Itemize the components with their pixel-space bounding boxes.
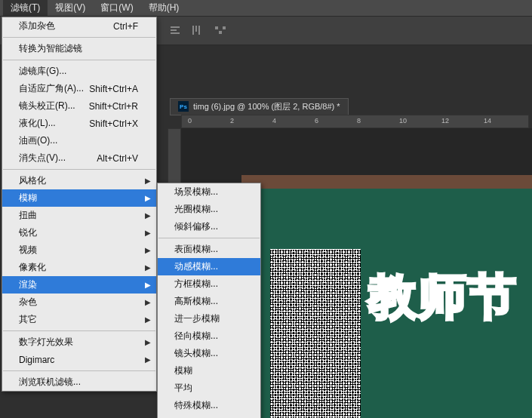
menu-filter[interactable]: 滤镜(T) — [3, 0, 48, 17]
menu-item-label: 方框模糊... — [174, 278, 218, 290]
menu-item-label: 液化(L)... — [19, 117, 56, 130]
menu-separator — [158, 238, 260, 238]
menu-item-digimarc[interactable]: Digimarc▶ — [2, 351, 156, 368]
menu-item-tilt-shift[interactable]: 倾斜偏移... — [158, 218, 260, 235]
menu-item-label: 浏览联机滤镜... — [19, 376, 81, 389]
document-tab[interactable]: Ps timg (6).jpg @ 100% (图层 2, RGB/8#) * — [170, 98, 349, 115]
menu-item-label: 消失点(V)... — [19, 152, 66, 164]
menu-item-label: 视频 — [19, 244, 37, 257]
ruler-tick: 4 — [272, 117, 276, 124]
ruler-tick: 8 — [357, 117, 361, 124]
menu-item-shape-blur[interactable]: 形状模糊... — [158, 414, 260, 418]
menu-item-distort[interactable]: 扭曲▶ — [2, 207, 156, 224]
menu-item-label: 模糊 — [174, 364, 192, 377]
menu-item-noise[interactable]: 杂色▶ — [2, 294, 156, 311]
submenu-arrow-icon: ▶ — [145, 315, 151, 324]
menu-item-iris-blur[interactable]: 光圈模糊... — [158, 201, 260, 218]
menu-item-field-blur[interactable]: 场景模糊... — [158, 183, 260, 201]
menu-item-lens-correct[interactable]: 镜头校正(R)...Shift+Ctrl+R — [2, 97, 156, 115]
menu-item-label: 杂色 — [19, 296, 37, 309]
menu-item-label: 动感模糊... — [174, 260, 218, 273]
menu-item-pixelate[interactable]: 像素化▶ — [2, 259, 156, 276]
submenu-arrow-icon: ▶ — [145, 194, 151, 202]
svg-rect-4 — [195, 26, 197, 32]
menu-item-filter-gallery[interactable]: 滤镜库(G)... — [2, 63, 156, 80]
app-menubar: 滤镜(T) 视图(V) 窗口(W) 帮助(H) — [0, 0, 532, 17]
menu-item-label: 镜头模糊... — [174, 347, 218, 360]
distribute-icon[interactable] — [214, 24, 226, 36]
menu-separator — [3, 37, 155, 38]
ruler-horizontal[interactable]: 0 2 4 6 8 10 12 14 — [181, 115, 529, 128]
menu-item-shortcut: Shift+Ctrl+A — [89, 84, 138, 94]
menu-separator — [3, 60, 155, 60]
ruler-tick: 6 — [315, 117, 318, 124]
submenu-arrow-icon: ▶ — [145, 211, 151, 220]
menu-item-surface-blur[interactable]: 表面模糊... — [158, 241, 260, 258]
chalk-title-text: 教师节 — [368, 264, 518, 330]
align-icon-2[interactable] — [190, 24, 202, 36]
menu-item-add-noise[interactable]: 添加杂色 Ctrl+F — [2, 17, 156, 35]
menu-item-label: 平均 — [174, 382, 192, 395]
menu-item-radial-blur[interactable]: 径向模糊... — [158, 327, 260, 345]
menu-item-lighting[interactable]: 数字灯光效果▶ — [2, 333, 156, 351]
menu-item-adaptive-wide[interactable]: 自适应广角(A)...Shift+Ctrl+A — [2, 80, 156, 97]
menu-item-label: 扭曲 — [19, 209, 37, 222]
menu-window[interactable]: 窗口(W) — [93, 0, 140, 17]
submenu-arrow-icon: ▶ — [145, 298, 151, 306]
menu-item-label: 镜头校正(R)... — [19, 100, 75, 112]
menu-view[interactable]: 视图(V) — [48, 0, 93, 17]
menu-item-liquify[interactable]: 液化(L)...Shift+Ctrl+X — [2, 115, 156, 132]
menu-item-gaussian-blur[interactable]: 高斯模糊... — [158, 293, 260, 310]
menu-item-label: 滤镜库(G)... — [19, 65, 66, 78]
menu-item-render[interactable]: 渲染▶ — [2, 276, 156, 294]
menu-item-box-blur[interactable]: 方框模糊... — [158, 275, 260, 293]
submenu-arrow-icon: ▶ — [145, 355, 151, 364]
align-icon[interactable] — [169, 24, 181, 36]
menu-item-smart-blur[interactable]: 特殊模糊... — [158, 397, 260, 414]
svg-rect-0 — [171, 26, 180, 28]
menu-item-blur[interactable]: 模糊▶ — [2, 189, 156, 207]
submenu-arrow-icon: ▶ — [145, 246, 151, 254]
filter-menu-dropdown: 添加杂色 Ctrl+F 转换为智能滤镜 滤镜库(G)... 自适应广角(A)..… — [2, 17, 157, 392]
submenu-arrow-icon: ▶ — [145, 177, 151, 185]
svg-rect-5 — [198, 26, 200, 35]
menu-item-shortcut: Shift+Ctrl+R — [89, 101, 138, 112]
menu-item-label: 表面模糊... — [174, 243, 218, 256]
menu-item-lens-blur[interactable]: 镜头模糊... — [158, 345, 260, 362]
menu-item-motion-blur[interactable]: 动感模糊... — [158, 258, 260, 275]
menu-item-label: 数字灯光效果 — [19, 336, 73, 349]
menu-item-video[interactable]: 视频▶ — [2, 241, 156, 259]
menu-item-shortcut: Alt+Ctrl+V — [97, 153, 138, 164]
menu-help[interactable]: 帮助(H) — [141, 0, 187, 17]
svg-rect-3 — [192, 26, 194, 35]
menu-item-smart-filter[interactable]: 转换为智能滤镜 — [2, 40, 156, 57]
submenu-arrow-icon: ▶ — [145, 229, 151, 237]
menu-item-stylize[interactable]: 风格化▶ — [2, 172, 156, 189]
menu-item-label: 转换为智能滤镜 — [19, 42, 82, 55]
menu-item-shortcut: Shift+Ctrl+X — [89, 118, 138, 129]
ruler-tick: 0 — [188, 117, 192, 124]
ruler-tick: 12 — [441, 117, 449, 124]
menu-separator — [3, 169, 155, 170]
menu-item-label: 像素化 — [19, 261, 46, 274]
menu-item-other[interactable]: 其它▶ — [2, 311, 156, 328]
menu-item-blur-more[interactable]: 进一步模糊 — [158, 310, 260, 327]
menu-item-oil-paint[interactable]: 油画(O)... — [2, 132, 156, 149]
menu-item-blur[interactable]: 模糊 — [158, 362, 260, 380]
document-tab-label: timg (6).jpg @ 100% (图层 2, RGB/8#) * — [193, 101, 340, 112]
svg-rect-8 — [219, 31, 222, 34]
menu-item-label: 模糊 — [19, 192, 37, 204]
menu-item-label: 径向模糊... — [174, 330, 218, 343]
menu-item-vanishing[interactable]: 消失点(V)...Alt+Ctrl+V — [2, 149, 156, 167]
menu-item-label: 锐化 — [19, 226, 37, 239]
menu-item-sharpen[interactable]: 锐化▶ — [2, 224, 156, 241]
svg-rect-2 — [171, 32, 180, 34]
ruler-tick: 10 — [399, 117, 407, 124]
svg-rect-1 — [171, 29, 177, 31]
menu-item-label: 场景模糊... — [174, 186, 218, 198]
svg-rect-7 — [223, 26, 226, 29]
menu-item-average[interactable]: 平均 — [158, 380, 260, 397]
submenu-arrow-icon: ▶ — [145, 281, 151, 289]
menu-item-browse-online[interactable]: 浏览联机滤镜... — [2, 373, 156, 391]
submenu-arrow-icon: ▶ — [145, 338, 151, 346]
